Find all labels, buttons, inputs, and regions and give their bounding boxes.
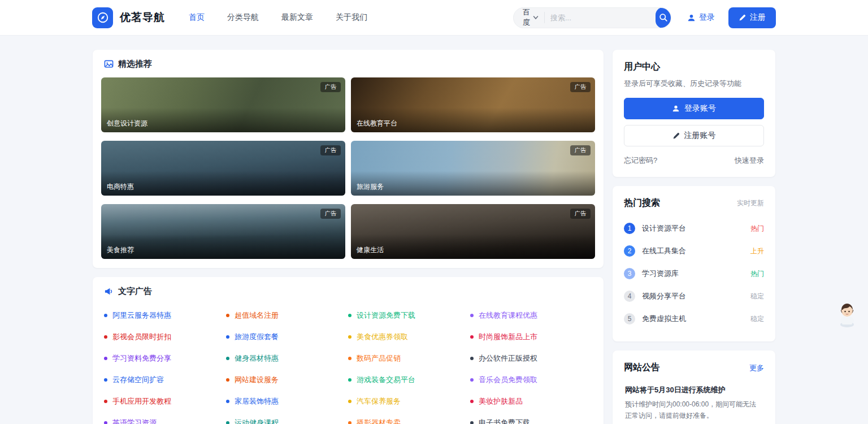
announcement-title: 网站将于5月30日进行系统维护 (625, 385, 763, 395)
text-ad-link[interactable]: 音乐会员免费领取 (470, 369, 592, 391)
banner-card[interactable]: 广告 在线教育平台 (351, 77, 595, 132)
text-ad-link[interactable]: 美妆护肤新品 (470, 391, 592, 412)
rank-badge: 3 (624, 268, 635, 279)
text-ad-link[interactable]: 设计资源免费下载 (348, 305, 470, 326)
bullet-icon (348, 357, 351, 360)
bullet-icon (104, 400, 107, 403)
rank-badge: 2 (624, 245, 635, 257)
text-ad-label: 英语学习资源 (112, 418, 157, 424)
text-ad-link[interactable]: 阿里云服务器特惠 (104, 305, 226, 326)
text-ad-link[interactable]: 汽车保养服务 (348, 391, 470, 412)
text-ad-link[interactable]: 游戏装备交易平台 (348, 369, 470, 391)
banner-card[interactable]: 广告 创意设计资源 (101, 77, 345, 132)
ad-badge: 广告 (320, 145, 341, 155)
quick-login-link[interactable]: 快速登录 (735, 155, 764, 166)
pencil-icon (739, 14, 746, 21)
announcement-item[interactable]: 网站将于5月30日进行系统维护 预计维护时间为00:00-06:00，期间可能无… (624, 382, 764, 424)
rank-badge: 4 (624, 291, 635, 302)
text-ad-label: 健身器材特惠 (235, 353, 279, 364)
nav-item-about[interactable]: 关于我们 (336, 12, 367, 23)
register-account-button[interactable]: 注册账号 (624, 125, 764, 146)
nav-item-categories[interactable]: 分类导航 (227, 12, 259, 23)
text-ad-link[interactable]: 美食优惠券领取 (348, 326, 470, 348)
user-center-subtitle: 登录后可享受收藏、历史记录等功能 (624, 79, 764, 89)
bullet-icon (470, 314, 474, 317)
text-ad-link[interactable]: 电子书免费下载 (470, 412, 592, 424)
banner-card[interactable]: 广告 旅游服务 (351, 141, 595, 196)
hot-search-item[interactable]: 4 视频分享平台 稳定 (624, 285, 764, 308)
login-link[interactable]: 登录 (687, 12, 715, 23)
announcements-card: 网站公告 更多 网站将于5月30日进行系统维护 预计维护时间为00:00-06:… (613, 351, 775, 424)
bullet-icon (104, 335, 107, 339)
text-ad-label: 游戏装备交易平台 (357, 375, 415, 385)
banner-title: 旅游服务 (357, 182, 384, 192)
text-ad-label: 美食优惠券领取 (357, 332, 408, 342)
brand-logo[interactable] (92, 7, 113, 28)
announcements-title: 网站公告 (624, 362, 660, 374)
text-ad-link[interactable]: 英语学习资源 (104, 412, 226, 424)
bullet-icon (470, 335, 474, 339)
text-ad-link[interactable]: 摄影器材专卖 (348, 412, 470, 424)
bullet-icon (470, 357, 474, 360)
text-ad-link[interactable]: 时尚服饰新品上市 (470, 326, 592, 348)
text-ad-link[interactable]: 网站建设服务 (226, 369, 348, 391)
hot-search-extra: 实时更新 (737, 198, 764, 208)
top-navbar: 优茗导航 首页 分类导航 最新文章 关于我们 百度 (0, 0, 868, 36)
text-ad-label: 家居装饰特惠 (235, 396, 279, 406)
banner-card[interactable]: 广告 电商特惠 (101, 141, 345, 196)
text-ad-label: 设计资源免费下载 (357, 310, 415, 321)
hot-search-title: 热门搜索 (624, 197, 660, 209)
search-button[interactable] (656, 7, 671, 28)
text-ad-link[interactable]: 数码产品促销 (348, 348, 470, 369)
text-ad-link[interactable]: 办公软件正版授权 (470, 348, 592, 369)
hot-search-label: 设计资源平台 (642, 223, 750, 233)
login-account-button[interactable]: 登录账号 (624, 98, 764, 119)
text-ad-label: 数码产品促销 (357, 353, 401, 364)
banner-grid: 广告 创意设计资源 广告 在线教育平台 广告 电商特惠 广告 旅游服务 (101, 77, 595, 259)
text-ad-label: 电子书免费下载 (479, 418, 530, 424)
bullet-icon (348, 378, 351, 382)
text-ad-link[interactable]: 学习资料免费分享 (104, 348, 226, 369)
text-ad-link[interactable]: 手机应用开发教程 (104, 391, 226, 412)
engine-select[interactable]: 百度 (514, 12, 545, 23)
nav-item-articles[interactable]: 最新文章 (281, 12, 313, 23)
hot-search-item[interactable]: 1 设计资源平台 热门 (624, 217, 764, 240)
more-link[interactable]: 更多 (749, 363, 764, 373)
forgot-password-link[interactable]: 忘记密码? (624, 155, 657, 166)
text-ad-link[interactable]: 在线教育课程优惠 (470, 305, 592, 326)
text-ad-link[interactable]: 旅游度假套餐 (226, 326, 348, 348)
banner-card[interactable]: 广告 美食推荐 (101, 204, 345, 259)
brand-name: 优茗导航 (120, 10, 165, 25)
hot-search-label: 在线工具集合 (642, 246, 750, 256)
assistant-avatar[interactable] (835, 302, 859, 328)
text-ad-label: 在线教育课程优惠 (479, 310, 537, 321)
bullet-icon (104, 357, 107, 360)
hot-search-item[interactable]: 5 免费虚拟主机 稳定 (624, 308, 764, 330)
chevron-down-icon (533, 15, 539, 20)
text-ad-link[interactable]: 超值域名注册 (226, 305, 348, 326)
bullet-icon (226, 378, 229, 382)
megaphone-icon (104, 287, 114, 296)
bullet-icon (104, 314, 107, 317)
text-ad-link[interactable]: 影视会员限时折扣 (104, 326, 226, 348)
text-ad-link[interactable]: 健身器材特惠 (226, 348, 348, 369)
hot-search-label: 免费虚拟主机 (642, 314, 750, 324)
text-ad-label: 阿里云服务器特惠 (112, 310, 171, 321)
hot-search-item[interactable]: 2 在线工具集合 上升 (624, 240, 764, 262)
nav-item-home[interactable]: 首页 (189, 12, 205, 23)
search-input[interactable] (545, 14, 656, 22)
text-ad-label: 手机应用开发教程 (112, 396, 171, 406)
pencil-icon (672, 132, 680, 140)
bullet-icon (470, 378, 474, 382)
banner-card[interactable]: 广告 健康生活 (351, 204, 595, 259)
text-ad-link[interactable]: 运动健身课程 (226, 412, 348, 424)
text-ad-link[interactable]: 家居装饰特惠 (226, 391, 348, 412)
text-ad-label: 网站建设服务 (235, 375, 279, 385)
hot-search-item[interactable]: 3 学习资源库 热门 (624, 262, 764, 285)
text-ad-link[interactable]: 云存储空间扩容 (104, 369, 226, 391)
trend-tag: 稳定 (750, 292, 764, 301)
register-button[interactable]: 注册 (728, 7, 776, 28)
rank-badge: 1 (624, 223, 635, 234)
bullet-icon (226, 421, 229, 424)
banner-title: 创意设计资源 (107, 119, 147, 128)
